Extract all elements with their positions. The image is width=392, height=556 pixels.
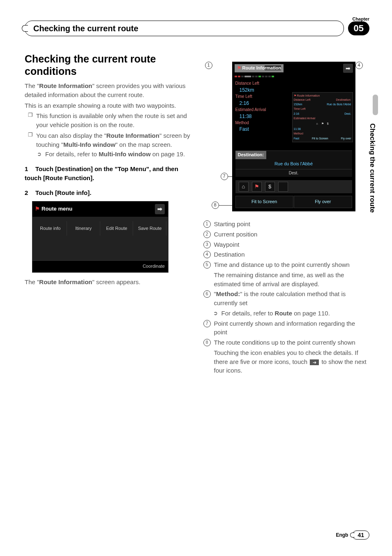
page-number: 41 — [352, 531, 369, 540]
route-info-title: ⚑ Route Information — [235, 64, 284, 72]
text: Starting point — [214, 220, 250, 227]
side-tab-indicator — [373, 95, 378, 115]
text: Fit to Screen — [312, 137, 328, 141]
text: Fly over — [341, 137, 351, 141]
text: Fast — [294, 137, 300, 141]
text: Distance Left — [294, 98, 311, 102]
text: You can also display the " — [36, 132, 106, 139]
chapter-label: Chapter — [352, 16, 369, 21]
legend-6: 6"Method:" is the route calculation meth… — [203, 290, 370, 308]
legend-6-sub: For details, refer to Route on page 110. — [203, 309, 370, 318]
callout-4: 4 — [355, 62, 363, 69]
sub-note: For details, refer to Multi-Info window … — [36, 150, 191, 159]
route-menu-btn-info[interactable]: Route info — [34, 221, 67, 236]
text-bold: Route — [275, 310, 293, 317]
text: Estimated Arrival — [294, 116, 316, 120]
distance-label: Distance Left — [235, 81, 352, 87]
text-bold: Route Information — [106, 132, 159, 139]
text: The route conditions up to the point cur… — [214, 339, 355, 346]
callout-8: 8 — [212, 202, 219, 209]
text-bold: Multi-Info window — [99, 151, 151, 158]
step-2: 2Touch [Route info]. — [25, 188, 191, 197]
text: The " — [25, 278, 39, 285]
header-title-wrap: Checking the current route — [25, 21, 344, 36]
dollar-icon: $ — [327, 122, 329, 126]
back-icon[interactable]: ➡ — [155, 204, 165, 214]
text: " screen appears. — [92, 278, 141, 285]
dollar-icon[interactable]: $ — [265, 182, 275, 192]
text: " on the map screen. — [115, 141, 172, 148]
page-footer: Engb 41 — [336, 531, 369, 540]
fly-over-button[interactable]: Fly over — [294, 196, 352, 208]
flag-icon: ⚑ — [35, 206, 40, 212]
legend-2: 2Current position — [203, 230, 370, 239]
route-menu-title: Route menu — [42, 206, 72, 212]
route-menu-header: ⚑Route menu ➡ — [32, 202, 168, 217]
home-icon: ⌂ — [316, 122, 318, 126]
text: Method — [294, 132, 303, 136]
text: rmation — [265, 65, 281, 70]
legend-3: 3Waypoint — [203, 240, 370, 249]
home-icon[interactable]: ⌂ — [239, 182, 249, 192]
text: 2:16 — [294, 112, 300, 116]
text: The " — [25, 82, 39, 89]
text-bold: Route Information — [39, 82, 92, 89]
callout-1: 1 — [205, 62, 212, 69]
route-menu-btn-edit[interactable]: Edit Route — [101, 221, 134, 236]
text: on page 110. — [292, 310, 330, 317]
diagram-wrap: 1 2 3 4 5 6 7 8 ⚑ Route Information ➡ — [203, 62, 364, 211]
footer-lang: Engb — [336, 532, 348, 538]
section-heading: Checking the current route conditions — [25, 53, 191, 77]
legend-1: 1Starting point — [203, 220, 370, 229]
arrow-right-icon: ➔ — [310, 359, 319, 365]
flag-icon[interactable]: ⚑ — [252, 182, 262, 192]
legend-5-sub: The remaining distance and time, as well… — [203, 271, 370, 289]
legend-8-sub: Touching the icon enables you to check t… — [203, 348, 370, 375]
step-text: Touch [Route info]. — [35, 189, 91, 196]
text: Route Information — [297, 94, 320, 97]
route-info-screenshot: ⚑ Route Information ➡ Distance Left 152k… — [232, 62, 355, 211]
mini-panel: ⚑ Route Information Distance LeftDestina… — [292, 92, 353, 142]
text: 11:38 — [294, 127, 301, 131]
route-menu-btn-itinerary[interactable]: Itinerary — [67, 221, 100, 236]
right-column: 1 2 3 4 5 6 7 8 ⚑ Route Information ➡ — [203, 53, 370, 376]
text: For details, refer to — [45, 151, 99, 158]
text: on page 19. — [151, 151, 185, 158]
note-item: You can also display the "Route Informat… — [25, 131, 191, 159]
text: Point currently shown and information re… — [214, 320, 355, 336]
dest-value: Rue du Bois l'Abbé — [235, 159, 352, 169]
intro-p2: This is an example showing a route with … — [25, 101, 191, 110]
text: Dest. — [344, 112, 351, 116]
dest-button[interactable]: Dest. — [235, 169, 352, 177]
header-bar: Checking the current route 05 — [25, 21, 369, 36]
after-menu-text: The "Route Information" screen appears. — [25, 278, 191, 287]
fit-screen-button[interactable]: Fit to Screen — [235, 196, 294, 208]
legend-5: 5Time and distance up to the point curre… — [203, 260, 370, 269]
note-item: This function is available only when the… — [25, 111, 191, 130]
route-menu-screenshot: ⚑Route menu ➡ Route info Itinerary Edit … — [32, 201, 168, 273]
header-title: Checking the current route — [33, 24, 138, 33]
legend-4: 4Destination — [203, 250, 370, 259]
route-menu-btn-save[interactable]: Save Route — [134, 221, 166, 236]
text: Rue du Bois l'Abbé — [327, 102, 351, 107]
callout-7: 7 — [221, 173, 228, 180]
legend-8: 8The route conditions up to the point cu… — [203, 338, 370, 347]
chapter-badge: 05 — [348, 21, 369, 35]
text: For details, refer to — [221, 310, 275, 317]
step-text: Touch [Destination] on the "Top Menu", a… — [25, 165, 178, 181]
text: Destination — [214, 251, 245, 258]
dest-header: Destination: — [235, 151, 267, 159]
intro-p1: The "Route Information" screen provides … — [25, 81, 191, 100]
back-icon[interactable]: ➡ — [343, 64, 353, 73]
empty-icon[interactable] — [278, 182, 288, 192]
progress-dots — [232, 75, 355, 80]
destination-box: Destination: Rue du Bois l'Abbé Dest. — [235, 151, 352, 177]
text-bold: Route Information — [39, 278, 92, 285]
text: Time Left — [294, 107, 306, 111]
side-tab: Checking the current route — [368, 123, 376, 213]
text: Waypoint — [214, 241, 240, 248]
text-bold: Method: — [216, 290, 240, 297]
condition-icons: ⌂ ⚑ $ — [235, 180, 352, 193]
text: Route Info — [242, 65, 265, 70]
route-menu-footer[interactable]: Coordinate — [32, 260, 168, 272]
